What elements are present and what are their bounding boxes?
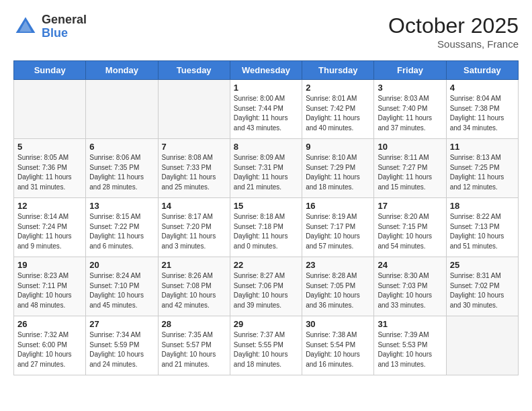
week-row-3: 12Sunrise: 8:14 AM Sunset: 7:24 PM Dayli… — [14, 198, 519, 257]
calendar-subtitle: Soussans, France — [388, 38, 519, 50]
day-info: Sunrise: 8:03 AM Sunset: 7:40 PM Dayligh… — [378, 94, 442, 133]
day-info: Sunrise: 8:01 AM Sunset: 7:42 PM Dayligh… — [306, 94, 370, 133]
day-info: Sunrise: 8:05 AM Sunset: 7:36 PM Dayligh… — [17, 153, 82, 192]
day-number: 22 — [234, 260, 298, 270]
day-number: 24 — [378, 260, 442, 270]
calendar-body: 1Sunrise: 8:00 AM Sunset: 7:44 PM Daylig… — [14, 80, 519, 375]
day-number: 13 — [89, 201, 154, 211]
day-of-week-tuesday: Tuesday — [158, 61, 230, 80]
title-block: October 2025 Soussans, France — [388, 13, 519, 50]
calendar-title: October 2025 — [388, 13, 519, 38]
day-number: 11 — [450, 142, 515, 152]
calendar-cell: 4Sunrise: 8:04 AM Sunset: 7:38 PM Daylig… — [446, 80, 518, 139]
day-number: 18 — [450, 201, 515, 211]
day-number: 19 — [17, 260, 82, 270]
day-info: Sunrise: 8:19 AM Sunset: 7:17 PM Dayligh… — [306, 212, 370, 251]
day-of-week-friday: Friday — [374, 61, 446, 80]
day-info: Sunrise: 8:14 AM Sunset: 7:24 PM Dayligh… — [17, 212, 82, 251]
week-row-2: 5Sunrise: 8:05 AM Sunset: 7:36 PM Daylig… — [14, 139, 519, 198]
day-number: 3 — [378, 83, 442, 93]
week-row-1: 1Sunrise: 8:00 AM Sunset: 7:44 PM Daylig… — [14, 80, 519, 139]
day-info: Sunrise: 8:04 AM Sunset: 7:38 PM Dayligh… — [450, 94, 515, 133]
day-info: Sunrise: 8:11 AM Sunset: 7:27 PM Dayligh… — [378, 153, 442, 192]
day-info: Sunrise: 8:26 AM Sunset: 7:08 PM Dayligh… — [162, 271, 226, 310]
calendar-cell: 6Sunrise: 8:06 AM Sunset: 7:35 PM Daylig… — [86, 139, 158, 198]
day-info: Sunrise: 7:35 AM Sunset: 5:57 PM Dayligh… — [162, 330, 226, 369]
day-of-week-monday: Monday — [86, 61, 158, 80]
day-info: Sunrise: 8:23 AM Sunset: 7:11 PM Dayligh… — [17, 271, 82, 310]
day-info: Sunrise: 8:20 AM Sunset: 7:15 PM Dayligh… — [378, 212, 442, 251]
calendar-table: SundayMondayTuesdayWednesdayThursdayFrid… — [13, 60, 519, 375]
calendar-cell: 23Sunrise: 8:28 AM Sunset: 7:05 PM Dayli… — [302, 257, 374, 316]
day-of-week-saturday: Saturday — [446, 61, 518, 80]
calendar-cell: 25Sunrise: 8:31 AM Sunset: 7:02 PM Dayli… — [446, 257, 518, 316]
calendar-cell: 24Sunrise: 8:30 AM Sunset: 7:03 PM Dayli… — [374, 257, 446, 316]
day-info: Sunrise: 7:34 AM Sunset: 5:59 PM Dayligh… — [89, 330, 154, 369]
day-info: Sunrise: 8:08 AM Sunset: 7:33 PM Dayligh… — [162, 153, 226, 192]
calendar-cell: 13Sunrise: 8:15 AM Sunset: 7:22 PM Dayli… — [86, 198, 158, 257]
day-number: 14 — [162, 201, 226, 211]
calendar-cell: 7Sunrise: 8:08 AM Sunset: 7:33 PM Daylig… — [158, 139, 230, 198]
day-info: Sunrise: 8:30 AM Sunset: 7:03 PM Dayligh… — [378, 271, 442, 310]
calendar-cell: 8Sunrise: 8:09 AM Sunset: 7:31 PM Daylig… — [230, 139, 302, 198]
calendar-cell: 26Sunrise: 7:32 AM Sunset: 6:00 PM Dayli… — [14, 316, 86, 375]
day-number: 21 — [162, 260, 226, 270]
calendar-cell: 15Sunrise: 8:18 AM Sunset: 7:18 PM Dayli… — [230, 198, 302, 257]
day-info: Sunrise: 8:10 AM Sunset: 7:29 PM Dayligh… — [306, 153, 370, 192]
calendar-cell: 17Sunrise: 8:20 AM Sunset: 7:15 PM Dayli… — [374, 198, 446, 257]
logo-text: General Blue — [42, 13, 87, 40]
day-number: 12 — [17, 201, 82, 211]
day-number: 27 — [89, 319, 154, 329]
day-of-week-sunday: Sunday — [14, 61, 86, 80]
calendar-cell: 27Sunrise: 7:34 AM Sunset: 5:59 PM Dayli… — [86, 316, 158, 375]
day-info: Sunrise: 8:28 AM Sunset: 7:05 PM Dayligh… — [306, 271, 370, 310]
day-of-week-wednesday: Wednesday — [230, 61, 302, 80]
calendar-cell: 31Sunrise: 7:39 AM Sunset: 5:53 PM Dayli… — [374, 316, 446, 375]
page-header: General Blue October 2025 Soussans, Fran… — [13, 13, 519, 50]
day-info: Sunrise: 8:22 AM Sunset: 7:13 PM Dayligh… — [450, 212, 515, 251]
day-number: 8 — [234, 142, 298, 152]
day-number: 5 — [17, 142, 82, 152]
week-row-5: 26Sunrise: 7:32 AM Sunset: 6:00 PM Dayli… — [14, 316, 519, 375]
day-number: 26 — [17, 319, 82, 329]
calendar-cell: 18Sunrise: 8:22 AM Sunset: 7:13 PM Dayli… — [446, 198, 518, 257]
day-number: 9 — [306, 142, 370, 152]
day-number: 28 — [162, 319, 226, 329]
calendar-cell: 16Sunrise: 8:19 AM Sunset: 7:17 PM Dayli… — [302, 198, 374, 257]
day-number: 25 — [450, 260, 515, 270]
calendar-cell: 2Sunrise: 8:01 AM Sunset: 7:42 PM Daylig… — [302, 80, 374, 139]
calendar-cell: 22Sunrise: 8:27 AM Sunset: 7:06 PM Dayli… — [230, 257, 302, 316]
day-number: 7 — [162, 142, 226, 152]
logo-icon — [13, 15, 38, 39]
day-number: 16 — [306, 201, 370, 211]
logo: General Blue — [13, 13, 87, 40]
day-info: Sunrise: 7:32 AM Sunset: 6:00 PM Dayligh… — [17, 330, 82, 369]
calendar-cell — [158, 80, 230, 139]
calendar-cell: 9Sunrise: 8:10 AM Sunset: 7:29 PM Daylig… — [302, 139, 374, 198]
calendar-cell: 14Sunrise: 8:17 AM Sunset: 7:20 PM Dayli… — [158, 198, 230, 257]
calendar-header: SundayMondayTuesdayWednesdayThursdayFrid… — [14, 61, 519, 80]
logo-blue: Blue — [42, 27, 87, 40]
day-info: Sunrise: 8:17 AM Sunset: 7:20 PM Dayligh… — [162, 212, 226, 251]
calendar-cell: 10Sunrise: 8:11 AM Sunset: 7:27 PM Dayli… — [374, 139, 446, 198]
calendar-cell: 19Sunrise: 8:23 AM Sunset: 7:11 PM Dayli… — [14, 257, 86, 316]
day-number: 17 — [378, 201, 442, 211]
day-info: Sunrise: 8:15 AM Sunset: 7:22 PM Dayligh… — [89, 212, 154, 251]
calendar-cell: 28Sunrise: 7:35 AM Sunset: 5:57 PM Dayli… — [158, 316, 230, 375]
day-info: Sunrise: 8:13 AM Sunset: 7:25 PM Dayligh… — [450, 153, 515, 192]
day-number: 10 — [378, 142, 442, 152]
day-number: 15 — [234, 201, 298, 211]
day-info: Sunrise: 8:09 AM Sunset: 7:31 PM Dayligh… — [234, 153, 298, 192]
calendar-cell — [86, 80, 158, 139]
calendar-cell — [446, 316, 518, 375]
header-row: SundayMondayTuesdayWednesdayThursdayFrid… — [14, 61, 519, 80]
logo-general: General — [42, 13, 87, 27]
day-number: 31 — [378, 319, 442, 329]
calendar-cell — [14, 80, 86, 139]
day-number: 29 — [234, 319, 298, 329]
calendar-cell: 3Sunrise: 8:03 AM Sunset: 7:40 PM Daylig… — [374, 80, 446, 139]
calendar-cell: 21Sunrise: 8:26 AM Sunset: 7:08 PM Dayli… — [158, 257, 230, 316]
calendar-cell: 1Sunrise: 8:00 AM Sunset: 7:44 PM Daylig… — [230, 80, 302, 139]
calendar-cell: 30Sunrise: 7:38 AM Sunset: 5:54 PM Dayli… — [302, 316, 374, 375]
calendar-cell: 12Sunrise: 8:14 AM Sunset: 7:24 PM Dayli… — [14, 198, 86, 257]
